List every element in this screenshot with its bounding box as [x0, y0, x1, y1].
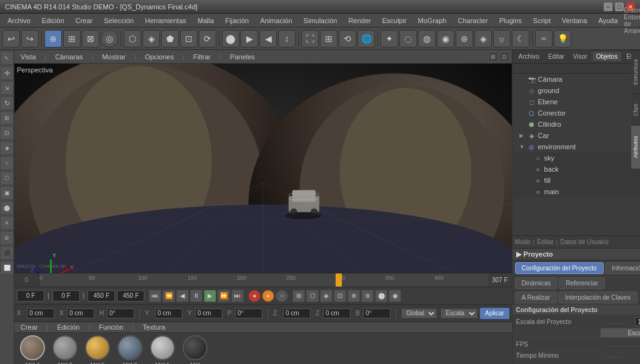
transport-tool4[interactable]: ⊡	[334, 290, 346, 302]
tool-p[interactable]: ◍	[418, 30, 436, 47]
tool-q[interactable]: ◉	[437, 30, 454, 47]
transport-play-reverse[interactable]: ◀	[176, 290, 189, 302]
transport-frame-end2[interactable]	[117, 290, 144, 302]
obj-row-main[interactable]: ○ main ✓	[512, 186, 640, 197]
rp-tab-objetos[interactable]: Objetos	[592, 52, 621, 61]
menu-esculpir[interactable]: Esculpir	[377, 16, 411, 26]
menu-seleccion[interactable]: Selección	[99, 16, 139, 26]
menu-simulacion[interactable]: Simulación	[299, 16, 342, 26]
rotate-tool[interactable]: ◎	[101, 30, 118, 47]
coord-z-size[interactable]	[323, 308, 351, 318]
transport-frame-end1[interactable]	[88, 290, 115, 302]
transport-tool1[interactable]: ⊞	[292, 290, 305, 302]
lt-tool1[interactable]: ⊞	[0, 111, 14, 125]
menu-script[interactable]: Script	[528, 16, 556, 26]
rp-tab-editar[interactable]: Editar	[544, 52, 568, 61]
vp-btn-2[interactable]: ⊡	[499, 52, 509, 62]
config-tab-referenciar[interactable]: Referenciar	[559, 277, 605, 289]
lt-tool11[interactable]: ⬜	[0, 261, 14, 275]
menu-fijacion[interactable]: Fijación	[220, 16, 254, 26]
material-mat[interactable]: Mat	[181, 335, 209, 364]
transport-prev-frame[interactable]: ⏪	[162, 290, 175, 302]
undo-button[interactable]: ↩	[2, 30, 20, 47]
transport-rec3[interactable]: ○	[276, 290, 288, 302]
material-mat4[interactable]: Mat.4	[18, 335, 47, 364]
timeline[interactable]: 0 0 50 100 150 200 250 300 350 400	[14, 273, 512, 287]
vp-tab-vista[interactable]: Vista	[17, 52, 39, 62]
tool-e[interactable]: ⟳	[199, 30, 216, 47]
lt-tool7[interactable]: ⬤	[0, 201, 14, 215]
transport-tool6[interactable]: ⊛	[361, 290, 374, 302]
viewport-3d[interactable]: Perspectiva	[14, 64, 512, 273]
config-tab-informacion[interactable]: Información	[605, 262, 640, 274]
coord-y-r[interactable]	[235, 308, 262, 318]
coord-y-size[interactable]	[195, 308, 222, 318]
move-tool[interactable]: ⊞	[63, 30, 81, 47]
rp-side-clips[interactable]: Clips	[631, 94, 640, 125]
transport-tool8[interactable]: ◉	[389, 290, 401, 302]
config-tab-configuracion[interactable]: Configuración del Proyecto	[515, 262, 604, 274]
vp-tab-mostrar[interactable]: Mostrar	[99, 52, 129, 62]
menu-ventana[interactable]: Ventana	[557, 16, 592, 26]
obj-row-sky[interactable]: ○ sky ✓	[512, 152, 640, 164]
tool-s[interactable]: ◈	[474, 30, 492, 47]
attr-section-header[interactable]: ▶ Proyecto	[512, 248, 640, 260]
material-mat1[interactable]: Mat.1	[148, 335, 177, 364]
vp-tab-paneles[interactable]: Paneles	[226, 52, 259, 62]
maximize-button[interactable]: □	[615, 2, 624, 11]
obj-row-camera[interactable]: 📷 Cámara ✓	[512, 74, 640, 85]
tool-l[interactable]: ⟲	[339, 30, 356, 47]
lt-tool5[interactable]: ⬡	[0, 171, 14, 185]
tool-j[interactable]: ⛶	[301, 30, 319, 47]
config-tab-dinamicas[interactable]: Dinámicas	[515, 277, 558, 289]
menu-character[interactable]: Character	[452, 16, 492, 26]
mat-tab-textura[interactable]: Textura	[139, 322, 169, 332]
tool-i[interactable]: ↕	[278, 30, 296, 47]
tool-g[interactable]: ▶	[241, 30, 258, 47]
escalar-proyecto-button[interactable]: Escalar Proyecto...	[600, 328, 640, 338]
tool-w[interactable]: 💡	[554, 30, 571, 47]
coord-scale-dropdown[interactable]: Escala	[441, 308, 478, 318]
tool-b[interactable]: ◈	[142, 30, 160, 47]
coord-mode-dropdown[interactable]: Global Local	[401, 308, 437, 318]
coord-x-size[interactable]	[67, 308, 94, 318]
menu-herramientas[interactable]: Herramientas	[140, 16, 191, 26]
menu-plugins[interactable]: Plugins	[494, 16, 527, 26]
vp-tab-filtrar[interactable]: Filtrar	[189, 52, 214, 62]
tool-d[interactable]: ⊡	[180, 30, 198, 47]
tool-v[interactable]: ∞	[535, 30, 552, 47]
obj-row-car[interactable]: ▶ ◈ Car ✓	[512, 130, 640, 141]
lt-tool10[interactable]: ⬛	[0, 246, 14, 260]
tool-f[interactable]: ⬤	[222, 30, 239, 47]
tool-t[interactable]: ☼	[493, 30, 511, 47]
coord-x-r[interactable]	[107, 308, 134, 318]
obj-row-cilindro[interactable]: ⬢ Cilindro ✓	[512, 119, 640, 130]
tool-o[interactable]: ◌	[399, 30, 417, 47]
lt-tool6[interactable]: ▣	[0, 186, 14, 200]
material-mat3[interactable]: Mat.3	[51, 335, 79, 364]
rp-tab-archivo[interactable]: Archivo	[515, 52, 543, 61]
lt-tool3[interactable]: ◈	[0, 141, 14, 155]
rp-tab-visor[interactable]: Visor	[569, 52, 591, 61]
obj-row-back[interactable]: ○ back ✓	[512, 164, 640, 175]
obj-row-ground[interactable]: ◇ ground ✓	[512, 85, 640, 96]
transport-frame-current[interactable]	[52, 290, 80, 302]
vp-btn-1[interactable]: ⊞	[488, 52, 498, 62]
lt-tool9[interactable]: ⊘	[0, 231, 14, 245]
mat-tab-funcion[interactable]: Función	[95, 322, 127, 332]
material-mat5[interactable]: Mat.5	[83, 335, 112, 364]
obj-row-conector[interactable]: ⬡ Conector ✓	[512, 107, 640, 119]
rp-side-atributos[interactable]: Atributos	[631, 125, 640, 169]
material-mat2[interactable]: Mat.2	[116, 335, 144, 364]
transport-record[interactable]: ●	[248, 290, 261, 302]
lt-scale[interactable]: ⇲	[0, 81, 14, 95]
coord-apply-button[interactable]: Aplicar	[480, 308, 509, 319]
lt-tool2[interactable]: ⊡	[0, 126, 14, 140]
attr-tb-modo[interactable]: Modo	[515, 239, 531, 245]
coord-z-pos[interactable]	[283, 308, 311, 318]
menu-archivo[interactable]: Archivo	[2, 16, 36, 26]
playhead[interactable]	[336, 273, 342, 287]
attr-tb-datos[interactable]: Datos de Usuario	[560, 239, 608, 245]
obj-row-fill[interactable]: ○ fill ✓	[512, 175, 640, 186]
tool-m[interactable]: 🌐	[358, 30, 375, 47]
